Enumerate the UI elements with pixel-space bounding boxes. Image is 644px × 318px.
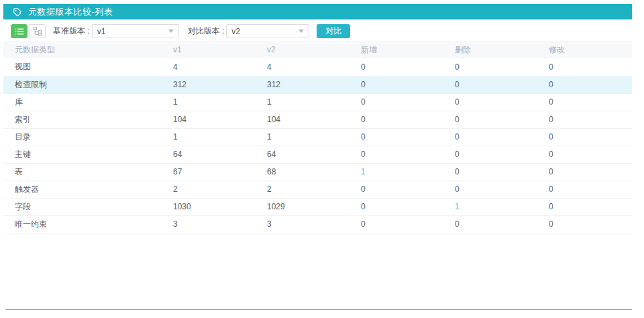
comparison-table: 元数据类型 v1 v2 新增 删除 修改 视图44000检查限制31231200…: [3, 41, 632, 233]
cell-deleted: 0: [455, 180, 549, 198]
list-icon: [15, 28, 24, 36]
cell-modified: 0: [549, 180, 632, 198]
table-row[interactable]: 字段10301029010: [3, 198, 632, 215]
base-version-select[interactable]: v1: [92, 24, 179, 38]
cell-v2: 3: [267, 215, 361, 233]
cell-type: 字段: [3, 198, 173, 215]
cell-added: 0: [361, 128, 455, 146]
view-toggle-group: [11, 24, 47, 38]
cell-type: 索引: [3, 111, 173, 128]
column-header-deleted: 删除: [455, 41, 549, 58]
cell-v1: 67: [173, 163, 267, 180]
tree-icon: [33, 27, 42, 36]
cell-v2: 64: [267, 146, 361, 163]
cell-deleted: 0: [455, 58, 549, 76]
cell-deleted: 0: [455, 93, 549, 111]
cell-deleted: 0: [455, 146, 549, 163]
compare-version-select[interactable]: v2: [226, 24, 309, 38]
cell-type: 检查限制: [3, 76, 173, 93]
chevron-down-icon: [299, 30, 304, 33]
cell-v2: 68: [267, 163, 361, 180]
cell-deleted: 0: [455, 128, 549, 146]
cell-type: 目录: [3, 128, 173, 146]
table-row[interactable]: 触发器22000: [3, 180, 632, 198]
cell-added: 0: [361, 146, 455, 163]
cell-modified: 0: [549, 146, 632, 163]
tree-view-button[interactable]: [29, 24, 46, 38]
cell-modified: 0: [549, 111, 632, 128]
table-body: 视图44000检查限制312312000库11000索引104104000目录1…: [3, 58, 632, 233]
table-row[interactable]: 视图44000: [3, 58, 632, 76]
table-row[interactable]: 库11000: [3, 93, 632, 111]
cell-v1: 1: [173, 128, 267, 146]
cell-modified: 0: [549, 215, 632, 233]
cell-type: 唯一约束: [3, 215, 173, 233]
cell-added: 0: [361, 58, 455, 76]
page: 元数据版本比较-列表: [3, 4, 632, 310]
base-version-value: v1: [97, 27, 106, 36]
cell-deleted: 0: [455, 215, 549, 233]
tag-icon: [13, 7, 22, 17]
cell-v2: 1: [267, 93, 361, 111]
column-header-v2: v2: [267, 41, 361, 58]
compare-button[interactable]: 对比: [317, 24, 350, 38]
cell-modified: 0: [549, 163, 632, 180]
column-header-type: 元数据类型: [3, 41, 173, 58]
list-view-button[interactable]: [11, 24, 28, 38]
table-row[interactable]: 索引104104000: [3, 111, 632, 128]
column-header-v1: v1: [173, 41, 267, 58]
cell-modified: 0: [549, 93, 632, 111]
cell-deleted: 0: [455, 163, 549, 180]
cell-added: 0: [361, 215, 455, 233]
cell-v1: 312: [173, 76, 267, 93]
cell-type: 触发器: [3, 180, 173, 198]
cell-modified: 0: [549, 76, 632, 93]
cell-added: 0: [361, 93, 455, 111]
cell-type: 主键: [3, 146, 173, 163]
cell-added: 0: [361, 76, 455, 93]
table-row[interactable]: 主键6464000: [3, 146, 632, 163]
cell-v1: 3: [173, 215, 267, 233]
cell-type: 库: [3, 93, 173, 111]
compare-version-label: 对比版本 :: [188, 25, 225, 37]
cell-v1: 1030: [173, 198, 267, 215]
cell-v1: 2: [173, 180, 267, 198]
toolbar: 基准版本 : v1 对比版本 : v2 对比: [3, 19, 632, 40]
page-header: 元数据版本比较-列表: [3, 4, 632, 19]
table-row[interactable]: 检查限制312312000: [3, 76, 632, 93]
cell-deleted: 0: [455, 111, 549, 128]
cell-modified: 0: [549, 198, 632, 215]
cell-deleted[interactable]: 1: [455, 198, 549, 215]
column-header-modified: 修改: [549, 41, 632, 58]
cell-added[interactable]: 1: [361, 163, 455, 180]
cell-v1: 1: [173, 93, 267, 111]
table-header-row: 元数据类型 v1 v2 新增 删除 修改: [3, 41, 632, 58]
table-row[interactable]: 表6768100: [3, 163, 632, 180]
cell-v2: 104: [267, 111, 361, 128]
table-row[interactable]: 唯一约束33000: [3, 215, 632, 233]
column-header-added: 新增: [361, 41, 455, 58]
chevron-down-icon: [168, 30, 174, 33]
cell-v2: 4: [267, 58, 361, 76]
cell-added: 0: [361, 111, 455, 128]
cell-v1: 64: [173, 146, 267, 163]
cell-modified: 0: [549, 58, 632, 76]
cell-v2: 312: [267, 76, 361, 93]
cell-v2: 1029: [267, 198, 361, 215]
cell-added: 0: [361, 180, 455, 198]
table-row[interactable]: 目录11000: [3, 128, 632, 146]
page-title: 元数据版本比较-列表: [28, 6, 113, 18]
cell-v1: 4: [173, 58, 267, 76]
cell-type: 视图: [3, 58, 173, 76]
cell-v2: 2: [267, 180, 361, 198]
cell-added: 0: [361, 198, 455, 215]
bottom-divider: [5, 309, 632, 310]
cell-deleted: 0: [455, 76, 549, 93]
cell-v2: 1: [267, 128, 361, 146]
cell-modified: 0: [549, 128, 632, 146]
cell-v1: 104: [173, 111, 267, 128]
cell-type: 表: [3, 163, 173, 180]
compare-version-value: v2: [231, 27, 240, 36]
base-version-label: 基准版本 :: [53, 25, 90, 37]
